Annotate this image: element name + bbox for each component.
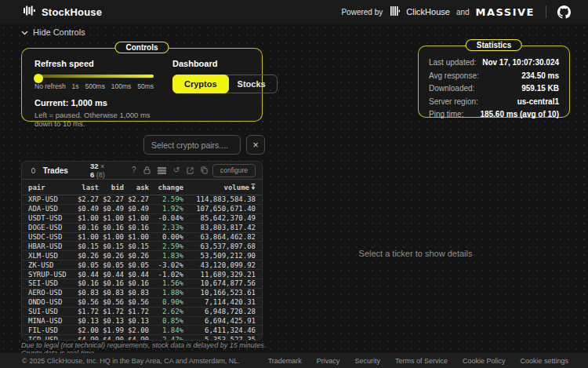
table-cell: -1.02% — [149, 271, 183, 279]
footer-links: Trademark Privacy Security Terms of Serv… — [268, 357, 568, 365]
slider-thumb[interactable] — [34, 74, 43, 83]
tick-label: 1s — [72, 82, 79, 90]
refresh-speed-label: Refresh speed — [34, 59, 154, 68]
table-cell: 0.00% — [149, 233, 183, 241]
table-cell: $1.00 — [99, 214, 124, 222]
table-cell: 2.59% — [149, 195, 183, 203]
trades-toolbar: Trades 32 × 6 (8) ? ↺ — [22, 162, 262, 180]
table-cell: $1.72 — [72, 308, 99, 315]
table-cell: HBAR-USD — [28, 242, 72, 250]
table-cell: $0.05 — [99, 261, 124, 269]
footer-link-cookie-settings[interactable]: Cookie settings — [520, 357, 568, 365]
table-row[interactable]: XRP-USD$2.27$2.27$2.272.59%114,883,584.3… — [22, 195, 262, 205]
table-cell: 6,411,324.46 — [183, 326, 256, 334]
volume-label: volume — [223, 184, 249, 191]
stat-row-downloaded: Downloaded: 959.15 KB — [429, 84, 559, 93]
footer-link-security[interactable]: Security — [354, 357, 380, 365]
table-row[interactable]: SEI-USD$0.16$0.16$0.161.56%10,674,877.56 — [22, 279, 262, 289]
external-link-icon[interactable] — [187, 167, 194, 174]
current-refresh-value: Current: 1,000 ms — [34, 98, 154, 107]
table-cell: $1.00 — [99, 233, 124, 241]
table-header-row: pair last bid ask change volume — [22, 180, 262, 195]
table-cell: $0.26 — [124, 252, 149, 260]
trades-title: Trades — [43, 166, 68, 175]
table-cell: AERO-USD — [28, 289, 72, 297]
massive-logo[interactable]: MASSIVE — [476, 6, 535, 18]
hide-controls-toggle[interactable]: Hide Controls — [21, 27, 85, 37]
table-cell: 7,114,420.31 — [183, 298, 256, 306]
refresh-speed-slider[interactable]: No refresh 1s 500ms 100ms 50ms — [34, 75, 154, 90]
clickhouse-link[interactable]: ClickHouse — [406, 7, 450, 16]
refresh-icon[interactable]: ↺ — [173, 166, 180, 174]
table-row[interactable]: ONDO-USD$0.56$0.56$0.560.90%7,114,420.31 — [22, 298, 262, 308]
table-cell: $2.27 — [99, 195, 124, 203]
rows-icon[interactable] — [158, 167, 166, 174]
sort-desc-icon — [251, 184, 256, 191]
table-cell: 1.92% — [149, 205, 183, 213]
table-cell: $0.83 — [99, 289, 124, 297]
row-count: 32 — [90, 162, 99, 170]
dashboard-section: Dashboard Cryptos Stocks — [172, 59, 278, 128]
table-cell: $4.90 — [99, 336, 124, 341]
table-row[interactable]: ICP-USD$4.90$4.90$4.902.47%5,353,527.35 — [22, 335, 262, 341]
slider-tick-labels: No refresh 1s 500ms 100ms 50ms — [34, 82, 154, 90]
table-row[interactable]: AERO-USD$0.83$0.83$0.831.88%10,166,523.6… — [22, 289, 262, 298]
stat-value: us-central1 — [517, 97, 559, 106]
column-header-bid[interactable]: bid — [99, 184, 124, 191]
statistics-panel: Statistics Last updated: Nov 17, 10:07:3… — [418, 46, 570, 118]
brand: StockHouse — [24, 5, 102, 20]
table-row[interactable]: ADA-USD$0.49$0.49$0.491.92%107,650,671.4… — [22, 205, 262, 214]
table-row[interactable]: DOGE-USD$0.16$0.16$0.162.33%83,803,817.4… — [22, 224, 262, 233]
table-cell: 2.33% — [149, 224, 183, 231]
tick-label: No refresh — [34, 82, 66, 90]
table-cell: SYRUP-USD — [28, 271, 72, 279]
table-row[interactable]: USDC-USD$1.00$1.00$1.000.00%63,864,462.8… — [22, 233, 262, 242]
column-header-pair[interactable]: pair — [28, 184, 72, 191]
table-cell: MINA-USD — [28, 317, 72, 325]
table-cell: $0.15 — [99, 242, 124, 250]
column-header-volume[interactable]: volume — [183, 184, 256, 191]
table-row[interactable]: XLM-USD$0.26$0.26$0.261.83%53,509,212.90 — [22, 251, 262, 261]
table-cell: $0.15 — [124, 242, 149, 250]
table-cell: $1.99 — [99, 326, 124, 334]
table-row[interactable]: HBAR-USD$0.15$0.15$0.152.59%63,537,897.6… — [22, 242, 262, 251]
app-title: StockHouse — [42, 6, 102, 18]
cryptos-tab[interactable]: Cryptos — [172, 75, 229, 93]
table-row[interactable]: ZK-USD$0.05$0.05$0.05-3.02%43,120,099.92 — [22, 261, 262, 270]
stat-label: Ping time: — [429, 110, 463, 118]
table-row[interactable]: USDT-USD$1.00$1.00$1.00-0.04%85,642,370.… — [22, 214, 262, 224]
refresh-speed-section: Refresh speed No refresh 1s 500ms 100ms … — [34, 59, 154, 128]
table-row[interactable]: FIL-USD$2.00$1.99$2.001.84%6,411,324.46 — [22, 326, 262, 335]
footer-link-privacy[interactable]: Privacy — [317, 357, 340, 365]
table-row[interactable]: MINA-USD$0.13$0.13$0.130.85%6,694,425.91 — [22, 317, 262, 326]
table-cell: 6,694,425.91 — [183, 317, 256, 325]
table-cell: $0.83 — [124, 289, 149, 297]
table-cell: ADA-USD — [28, 205, 72, 213]
stockhouse-logo-icon — [24, 5, 35, 20]
footer-link-terms[interactable]: Terms of Service — [395, 357, 448, 365]
table-cell: $0.56 — [72, 298, 99, 306]
footer-link-cookie-policy[interactable]: Cookie Policy — [463, 357, 506, 365]
column-header-last[interactable]: last — [72, 184, 99, 191]
column-header-change[interactable]: change — [149, 184, 183, 191]
table-cell: $4.90 — [124, 336, 149, 341]
table-row[interactable]: SYRUP-USD$0.44$0.44$0.44-1.02%11,689,329… — [22, 270, 262, 279]
footer-link-trademark[interactable]: Trademark — [268, 357, 302, 365]
slider-track[interactable] — [34, 75, 154, 78]
github-icon[interactable] — [557, 5, 571, 19]
stocks-tab[interactable]: Stocks — [226, 75, 278, 93]
copy-icon[interactable] — [201, 166, 208, 174]
table-cell: 0.85% — [149, 317, 183, 325]
table-cell: 2.62% — [149, 308, 183, 315]
table-cell: $0.26 — [99, 252, 124, 260]
table-cell: $2.27 — [72, 195, 99, 203]
pair-select-input[interactable] — [143, 135, 241, 155]
table-cell: $2.00 — [72, 326, 99, 334]
table-row[interactable]: SUI-USD$1.72$1.72$1.722.62%6,948,720.28 — [22, 308, 262, 317]
help-icon[interactable]: ? — [132, 166, 136, 174]
table-cell: $1.00 — [72, 233, 99, 241]
column-header-ask[interactable]: ask — [124, 184, 149, 191]
clear-selection-button[interactable]: × — [246, 135, 265, 155]
lock-icon[interactable] — [143, 166, 151, 174]
configure-button[interactable]: configure — [212, 164, 256, 177]
